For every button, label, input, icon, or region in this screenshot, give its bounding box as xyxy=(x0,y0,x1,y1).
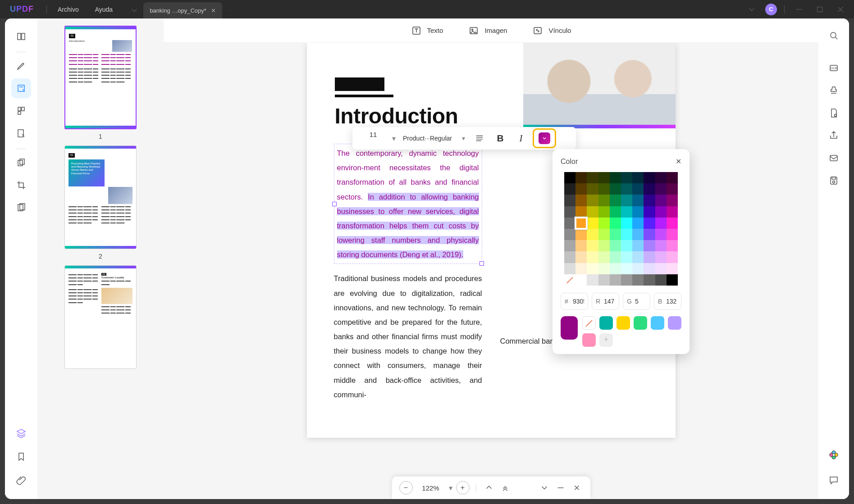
color-cell[interactable] xyxy=(598,206,610,218)
swatch[interactable] xyxy=(582,316,596,330)
color-cell[interactable] xyxy=(564,251,575,263)
color-cell[interactable] xyxy=(598,218,610,229)
color-cell[interactable] xyxy=(564,229,575,240)
share-button[interactable] xyxy=(824,126,844,145)
attachment-button[interactable] xyxy=(11,470,31,490)
ai-assistant-button[interactable] xyxy=(824,445,844,465)
hex-field[interactable]: # xyxy=(561,293,588,310)
prev-page-button[interactable] xyxy=(538,481,551,494)
next-page-button[interactable] xyxy=(571,481,583,494)
color-cell[interactable] xyxy=(564,263,575,274)
tool-highlight[interactable] xyxy=(11,56,31,76)
b-field[interactable]: B xyxy=(654,293,681,310)
swatch[interactable] xyxy=(651,316,664,330)
font-size-value[interactable]: 11 xyxy=(357,131,389,146)
fit-width-button[interactable] xyxy=(483,481,495,494)
color-cell[interactable] xyxy=(587,274,598,286)
tab-close-icon[interactable]: ✕ xyxy=(211,7,216,14)
search-button[interactable] xyxy=(824,26,844,45)
color-cell[interactable] xyxy=(621,172,632,183)
color-cell[interactable] xyxy=(610,263,621,274)
color-cell[interactable] xyxy=(621,195,632,206)
color-cell[interactable] xyxy=(621,251,632,263)
swatch[interactable] xyxy=(634,316,647,330)
color-cell[interactable] xyxy=(655,206,667,218)
color-cell[interactable] xyxy=(575,251,587,263)
color-cell[interactable] xyxy=(632,206,644,218)
color-cell[interactable] xyxy=(644,274,655,286)
color-cell[interactable] xyxy=(587,251,598,263)
align-button[interactable] xyxy=(470,130,489,146)
color-cell[interactable] xyxy=(610,195,621,206)
color-cell[interactable] xyxy=(632,195,644,206)
tool-crop[interactable] xyxy=(11,175,31,195)
tool-reader[interactable] xyxy=(11,27,31,46)
user-avatar[interactable]: C xyxy=(765,4,777,15)
tool-protect[interactable] xyxy=(11,198,31,218)
color-cell[interactable] xyxy=(655,195,667,206)
color-cell[interactable] xyxy=(644,195,655,206)
color-cell[interactable] xyxy=(655,229,667,240)
color-cell[interactable] xyxy=(621,206,632,218)
color-cell[interactable] xyxy=(610,206,621,218)
color-panel-close[interactable]: ✕ xyxy=(676,157,681,166)
color-cell[interactable] xyxy=(610,183,621,195)
color-cell[interactable] xyxy=(667,229,678,240)
color-cell[interactable] xyxy=(621,274,632,286)
zoom-out-button[interactable]: − xyxy=(399,481,413,495)
color-cell[interactable] xyxy=(575,183,587,195)
color-cell[interactable] xyxy=(564,218,575,229)
color-cell[interactable] xyxy=(564,183,575,195)
bold-button[interactable]: B xyxy=(491,130,509,146)
hex-input[interactable] xyxy=(573,298,584,305)
color-cell[interactable] xyxy=(575,195,587,206)
color-cell[interactable] xyxy=(564,274,575,286)
color-cell[interactable] xyxy=(610,240,621,251)
swatch[interactable]: + xyxy=(599,333,613,347)
color-cell[interactable] xyxy=(575,172,587,183)
color-cell[interactable] xyxy=(655,218,667,229)
color-cell[interactable] xyxy=(644,263,655,274)
italic-button[interactable]: I xyxy=(512,130,530,146)
color-cell[interactable] xyxy=(575,274,587,286)
window-close[interactable] xyxy=(831,0,849,18)
color-cell[interactable] xyxy=(575,263,587,274)
switch-link[interactable]: Vínculo xyxy=(532,25,571,36)
color-cell[interactable] xyxy=(644,251,655,263)
color-cell[interactable] xyxy=(632,218,644,229)
color-cell[interactable] xyxy=(632,183,644,195)
color-cell[interactable] xyxy=(632,263,644,274)
color-cell[interactable] xyxy=(587,183,598,195)
color-cell[interactable] xyxy=(644,229,655,240)
color-cell[interactable] xyxy=(655,183,667,195)
swatch[interactable] xyxy=(582,333,596,347)
email-button[interactable] xyxy=(824,148,844,168)
bookmark-button[interactable] xyxy=(11,447,31,467)
chevron-down-icon[interactable]: ▾ xyxy=(449,484,452,492)
color-cell[interactable] xyxy=(667,274,678,286)
tab-home[interactable] xyxy=(125,2,143,18)
color-cell[interactable] xyxy=(610,218,621,229)
watermark-button[interactable] xyxy=(824,81,844,100)
color-cell[interactable] xyxy=(644,218,655,229)
font-family-select[interactable]: Product···Regular ▾ xyxy=(400,131,468,146)
color-cell[interactable] xyxy=(667,172,678,183)
color-cell[interactable] xyxy=(610,274,621,286)
color-cell[interactable] xyxy=(575,218,587,229)
color-cell[interactable] xyxy=(587,218,598,229)
swatch[interactable] xyxy=(599,316,613,330)
color-cell[interactable] xyxy=(598,183,610,195)
color-cell[interactable] xyxy=(667,206,678,218)
ocr-button[interactable]: OCR xyxy=(824,58,844,78)
color-cell[interactable] xyxy=(564,195,575,206)
color-cell[interactable] xyxy=(587,240,598,251)
color-cell[interactable] xyxy=(575,229,587,240)
color-cell[interactable] xyxy=(644,172,655,183)
chevron-down-button[interactable] xyxy=(743,0,761,18)
tab-add[interactable] xyxy=(222,2,237,18)
layers-button[interactable] xyxy=(11,423,31,443)
window-maximize[interactable] xyxy=(811,0,829,18)
g-input[interactable] xyxy=(635,298,646,305)
color-cell[interactable] xyxy=(621,183,632,195)
comment-button[interactable] xyxy=(824,470,844,490)
